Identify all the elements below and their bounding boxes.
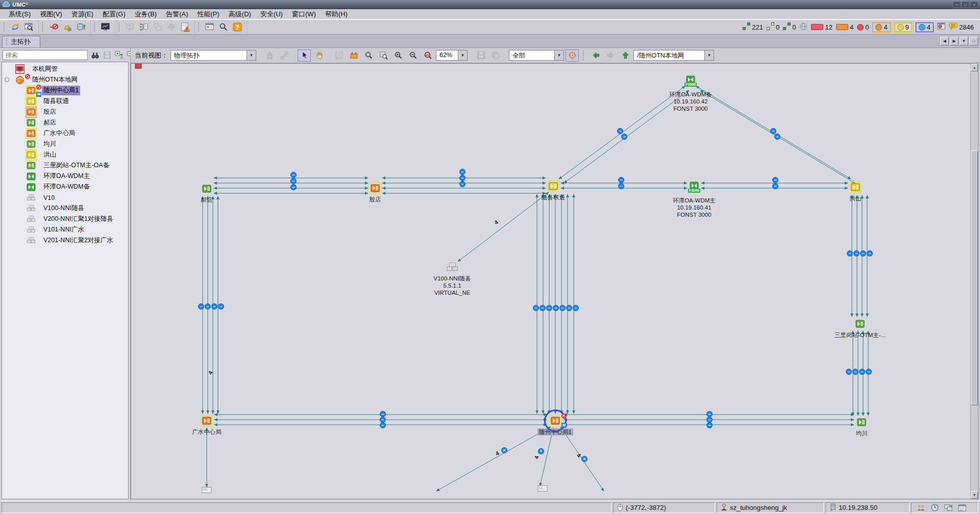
close-button[interactable]: × <box>970 2 978 8</box>
standby-links[interactable]: 0 <box>767 22 779 32</box>
aggregate-view-button[interactable] <box>347 49 360 62</box>
zoom-reset-button[interactable]: x1 <box>421 49 434 62</box>
link-status-badge[interactable]: − <box>573 305 579 311</box>
search-button[interactable] <box>216 21 230 34</box>
tab-scroll-left-button[interactable]: ◀ <box>940 37 949 45</box>
menu-item-10[interactable]: 帮助(H) <box>321 9 352 19</box>
settings-gear-button[interactable] <box>164 21 178 34</box>
link-status-badge[interactable]: − <box>618 177 624 183</box>
topology-link-44[interactable] <box>540 428 553 486</box>
path-combobox[interactable]: /随州OTN本地网 ▼ <box>633 50 714 61</box>
toolbar-drag-handle[interactable] <box>198 22 200 32</box>
critical-alarm-bar[interactable]: 12 <box>811 23 832 31</box>
link-status-badge[interactable]: − <box>621 134 627 140</box>
menu-item-4[interactable]: 业务(B) <box>130 9 161 19</box>
marquee-zoom-button[interactable] <box>377 49 390 62</box>
filter-combobox[interactable]: 全部 ▼ <box>509 50 564 61</box>
menu-item-3[interactable]: 配置(G) <box>98 9 130 19</box>
alarm-list-button[interactable] <box>178 21 192 34</box>
menu-item-0[interactable]: 系统(S) <box>4 9 35 19</box>
tab-restore-button[interactable]: □ <box>969 37 978 45</box>
tree-item-10[interactable]: 环潭OA-WDM主 <box>2 171 128 182</box>
search-input[interactable] <box>3 50 88 60</box>
menu-item-8[interactable]: 安全(U) <box>256 9 287 19</box>
ne-data-upload-button[interactable] <box>74 21 88 34</box>
selected-links[interactable]: 0 <box>783 22 796 32</box>
browse-ne-button[interactable] <box>22 21 36 34</box>
tree-item-5[interactable]: 郝店 <box>2 117 128 128</box>
link-status-badge[interactable]: − <box>846 369 852 375</box>
toolbar-drag-handle[interactable] <box>4 22 6 32</box>
tree-item-9[interactable]: 三里岗站-OTM主-OA备 <box>2 160 128 171</box>
major-alarm-count[interactable]: 4 <box>872 22 890 32</box>
link-status-badge[interactable]: − <box>774 134 780 140</box>
link-status-badge[interactable]: − <box>852 369 859 375</box>
menu-item-5[interactable]: 告警(A) <box>161 9 192 19</box>
link-status-badge[interactable]: − <box>198 303 204 310</box>
link-status-badge[interactable]: − <box>566 305 572 311</box>
locate-target-button[interactable] <box>566 49 579 62</box>
tree-item-4[interactable]: 殷店 <box>2 107 128 117</box>
menu-item-7[interactable]: 高级(D) <box>224 9 256 19</box>
overview-button[interactable] <box>332 49 346 62</box>
link-status-badge[interactable]: − <box>459 169 465 175</box>
menu-item-6[interactable]: 性能(P) <box>193 9 224 19</box>
link-status-badge[interactable]: − <box>459 175 465 181</box>
alarm-settings-button[interactable] <box>60 21 74 34</box>
link-status-badge[interactable]: − <box>218 303 224 310</box>
tree-item-2[interactable]: M随州中心局1 <box>2 85 128 96</box>
refresh-button[interactable] <box>8 21 22 34</box>
help-button[interactable]: ? <box>230 21 244 34</box>
chevron-down-icon[interactable]: ▼ <box>247 50 256 60</box>
tree-item-11[interactable]: 环潭OA-WDM备 <box>2 182 128 192</box>
menu-item-1[interactable]: 视图(V) <box>35 9 66 19</box>
link-status-badge[interactable]: − <box>772 183 778 189</box>
user-session-button[interactable] <box>123 21 137 34</box>
zoom-in-button[interactable] <box>391 49 405 62</box>
tree-item-15[interactable]: V101-NNI广水 <box>2 224 128 235</box>
unread-messages[interactable]: 2846 <box>949 22 974 32</box>
alarm-sound-mute-button[interactable] <box>46 21 60 34</box>
pan-hand-button[interactable] <box>312 49 326 62</box>
tree-item-3[interactable]: 随县联通 <box>2 96 128 107</box>
magnifier-button[interactable] <box>362 49 375 62</box>
link-status-badge[interactable]: − <box>380 422 386 428</box>
link-status-badge[interactable]: − <box>290 178 297 184</box>
chevron-down-icon[interactable]: ▼ <box>554 50 564 60</box>
tab-main-topology[interactable]: 主拓扑 <box>2 36 40 47</box>
tab-scroll-right-button[interactable]: ▶ <box>950 37 959 45</box>
event-log-icon[interactable] <box>957 503 968 512</box>
link-status-badge[interactable]: − <box>706 422 713 428</box>
link-status-badge[interactable]: − <box>617 128 623 134</box>
link-status-badge[interactable]: − <box>847 250 853 256</box>
maximize-button[interactable]: □ <box>962 2 969 8</box>
menu-item-9[interactable]: 窗口(W) <box>287 9 321 19</box>
tab-list-button[interactable]: ▼ <box>960 37 968 45</box>
link-status-badge[interactable]: + <box>538 448 544 454</box>
link-status-badge[interactable]: − <box>553 305 559 311</box>
navigate-back-button[interactable] <box>589 49 602 62</box>
minimize-button[interactable]: ─ <box>953 2 961 8</box>
tree-item-14[interactable]: V200-NNI汇聚1对接随县 <box>2 214 128 224</box>
performance-monitor-button[interactable] <box>99 21 112 34</box>
link-status-badge[interactable]: − <box>211 303 217 310</box>
scroll-up-button[interactable]: ▲ <box>971 64 978 71</box>
link-status-badge[interactable]: − <box>866 369 872 375</box>
expand-all-icon[interactable] <box>114 50 124 60</box>
link-status-badge[interactable]: − <box>290 184 297 190</box>
minor-alarm-count[interactable]: 9 <box>894 22 912 32</box>
link-status-badge[interactable]: − <box>540 305 546 311</box>
navigate-up-button[interactable] <box>619 49 632 62</box>
save-tree-icon[interactable] <box>103 50 112 60</box>
select-cursor-button[interactable] <box>298 49 311 62</box>
tree-item-1[interactable]: -随州OTN本地网 <box>2 74 128 85</box>
tree-item-8[interactable]: 洪山 <box>2 149 128 160</box>
link-status-badge[interactable]: − <box>546 305 552 311</box>
topology-link-43[interactable] <box>436 427 551 491</box>
network-status[interactable] <box>799 22 807 32</box>
topology-link-42[interactable] <box>458 192 549 262</box>
link-status-badge[interactable]: − <box>559 305 566 311</box>
toolbar-drag-handle[interactable] <box>42 22 44 32</box>
link-status-badge[interactable]: × <box>581 456 587 462</box>
online-users-icon[interactable] <box>915 503 926 512</box>
